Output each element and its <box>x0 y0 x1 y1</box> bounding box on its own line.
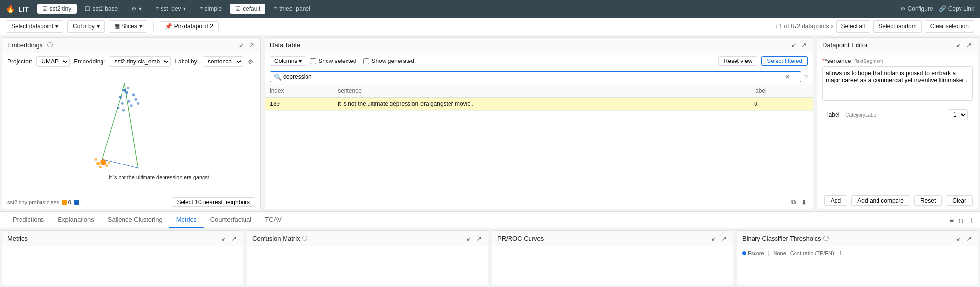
data-table-toolbar: Columns ▾ Show selected Show generated R… <box>265 53 813 69</box>
tab-three-panel[interactable]: ≡ three_panel <box>268 4 315 14</box>
show-generated-input[interactable] <box>363 58 369 64</box>
pin-icon: 📌 <box>165 23 172 30</box>
tab-sort-icon[interactable]: ↑↓ <box>958 216 964 224</box>
tab-equals-icon[interactable]: ≡ <box>950 216 954 224</box>
tab-predictions[interactable]: Predictions <box>6 212 51 228</box>
scatter-dot-blue <box>117 107 119 109</box>
reset-view-button[interactable]: Reset view <box>718 56 758 66</box>
columns-button[interactable]: Columns ▾ <box>270 56 306 66</box>
pr-roc-maximize-icon[interactable]: ↗ <box>720 234 728 243</box>
embeddings-maximize-icon[interactable]: ↗ <box>248 41 255 50</box>
label-select[interactable]: 1 0 <box>948 109 968 120</box>
clear-selection-button[interactable]: Clear selection <box>925 20 974 33</box>
editor-minimize-icon[interactable]: ↙ <box>955 41 962 50</box>
data-table-content: index sentence label 139 it 's not the u… <box>265 84 813 195</box>
tab-checkbox-icon-3: ☑ <box>235 5 241 12</box>
tab-simple[interactable]: ≡ simple <box>194 4 227 14</box>
tab-counterfactual[interactable]: Counterfactual <box>204 212 259 228</box>
col-index: index <box>265 84 333 98</box>
embeddings-minimize-icon[interactable]: ↙ <box>238 41 245 50</box>
select-random-button[interactable]: Select random <box>873 20 921 33</box>
tab-salience-clustering[interactable]: Salience Clustering <box>101 212 169 228</box>
configure-link[interactable]: ⚙ Configure <box>900 5 933 12</box>
data-table-panel: Data Table ↙ ↗ Columns ▾ Show selected <box>265 37 813 209</box>
slices-button[interactable]: ▦ Slices ▾ <box>109 20 147 33</box>
scatter-dot <box>108 162 110 164</box>
metrics-panel-header-right: ↙ ↗ <box>220 234 238 243</box>
pin-datapoint-button[interactable]: 📌 Pin datapoint 2 <box>160 21 219 31</box>
embedding-label: Embedding: <box>74 58 105 65</box>
color-by-button[interactable]: Color by ▾ <box>67 20 105 33</box>
select-all-button[interactable]: Select all <box>836 20 871 33</box>
tab-tcav[interactable]: TCAV <box>258 212 288 228</box>
data-table-header: Data Table ↙ ↗ <box>265 38 813 53</box>
tab-explanations[interactable]: Explanations <box>51 212 101 228</box>
table-body: 139 it 's not the ultimate depression-er… <box>265 98 813 111</box>
copy-link[interactable]: 🔗 Copy Link <box>939 5 974 12</box>
embeddings-title: Embeddings <box>7 41 42 49</box>
bc-legend-separator: | <box>768 250 770 256</box>
data-table-maximize-icon[interactable]: ↗ <box>800 41 808 50</box>
confusion-minimize-icon[interactable]: ↙ <box>465 234 472 243</box>
binary-classifier-panel: Binary Classifier Thresholds ⓘ ↙ ↗ Fscor… <box>737 230 978 285</box>
binary-classifier-minimize-icon[interactable]: ↙ <box>955 234 962 243</box>
tab-model3[interactable]: ⚙ ▾ <box>126 4 147 14</box>
embeddings-footer: sst2-tiny:probas:class 0 1 Select 10 nea… <box>2 195 260 209</box>
label-by-label: Label by: <box>175 58 199 65</box>
metrics-maximize-icon[interactable]: ↗ <box>230 234 238 243</box>
tab-sst2-base[interactable]: ☐ sst2-base <box>80 4 123 14</box>
scatter-line-1 <box>102 83 125 159</box>
editor-maximize-icon[interactable]: ↗ <box>965 41 973 50</box>
add-compare-button[interactable]: Add and compare <box>851 195 910 206</box>
scatter-dot-blue <box>127 87 129 89</box>
chevron-left-icon[interactable]: ‹ <box>775 23 777 30</box>
tab-metrics[interactable]: Metrics <box>169 212 204 228</box>
add-button[interactable]: Add <box>824 195 847 206</box>
tab-sst2-tiny[interactable]: ☑ sst2-tiny <box>37 4 77 14</box>
scatter-dot-blue <box>137 102 139 105</box>
confusion-matrix-title: Confusion Matrix <box>252 235 300 242</box>
bc-legend-item: Fscore <box>742 250 764 256</box>
embeddings-info-icon[interactable]: ⓘ <box>47 41 53 49</box>
confusion-matrix-info-icon[interactable]: ⓘ <box>302 235 307 242</box>
table-header-row: index sentence label <box>265 84 813 98</box>
scatter-dot-blue <box>125 91 128 94</box>
editor-header: Datapoint Editor ↙ ↗ <box>817 38 978 53</box>
embedding-select[interactable]: sst2-tiny:cls_emb <box>109 56 171 67</box>
label-by-select[interactable]: sentence <box>203 56 243 67</box>
chevron-down-icon-4: ▾ <box>299 58 302 64</box>
binary-classifier-info-icon[interactable]: ⓘ <box>823 235 829 242</box>
tab-default[interactable]: ☑ default <box>230 4 265 14</box>
show-selected-checkbox[interactable]: Show selected <box>310 58 356 64</box>
data-table-minimize-icon[interactable]: ↙ <box>790 41 797 50</box>
bc-threshold-value: 1 <box>839 250 842 256</box>
show-generated-checkbox[interactable]: Show generated <box>363 58 414 64</box>
scatter-line-2 <box>124 83 138 168</box>
binary-classifier-maximize-icon[interactable]: ↗ <box>965 234 973 243</box>
sentence-textarea[interactable]: allows us to hope that nolan is poised t… <box>822 66 973 101</box>
scatter-dot <box>105 164 108 167</box>
pr-roc-minimize-icon[interactable]: ↙ <box>710 234 717 243</box>
metrics-minimize-icon[interactable]: ↙ <box>220 234 227 243</box>
show-selected-input[interactable] <box>310 58 316 64</box>
reset-button[interactable]: Reset <box>914 195 942 206</box>
select-datapoint-button[interactable]: Select datapoint ▾ <box>6 20 63 33</box>
select-filtered-button[interactable]: Select filtered <box>761 56 808 66</box>
confusion-maximize-icon[interactable]: ↗ <box>475 234 483 243</box>
embeddings-settings-icon[interactable]: ⚙ <box>247 57 255 66</box>
table-row[interactable]: 139 it 's not the ultimate depression-er… <box>265 98 813 111</box>
chevron-right-icon[interactable]: › <box>831 23 833 30</box>
tab-sst-dev[interactable]: ≡ sst_dev ▾ <box>150 4 191 14</box>
tab-filter-icon[interactable]: ⊤ <box>968 216 974 224</box>
search-clear-button[interactable]: ✕ <box>785 73 790 81</box>
search-input[interactable] <box>270 71 801 82</box>
bottom-tab-right: ≡ ↑↓ ⊤ <box>950 216 974 224</box>
projector-select[interactable]: UMAP <box>36 56 70 67</box>
table-download-icon[interactable]: ⬇ <box>800 197 808 207</box>
search-help-icon[interactable]: ? <box>804 73 808 81</box>
table-copy-icon[interactable]: ⧉ <box>790 197 796 207</box>
clear-button[interactable]: Clear <box>946 195 973 206</box>
select-neighbors-button[interactable]: Select 10 nearest neighbors <box>172 197 255 207</box>
tab-checkbox-icon-2: ☐ <box>85 5 90 12</box>
chevron-down-icon: ▾ <box>55 23 58 30</box>
